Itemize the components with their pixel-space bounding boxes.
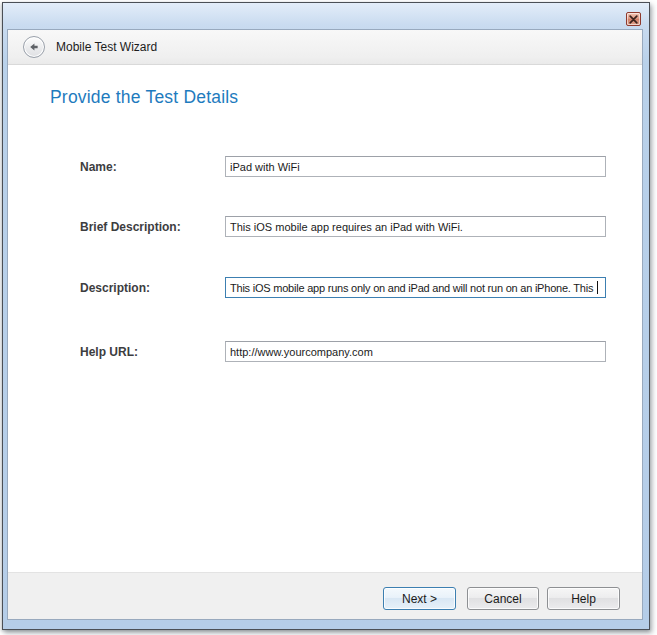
form-row-help-url: Help URL: http://www.yourcompany.com (8, 341, 642, 363)
wizard-header: Mobile Test Wizard (8, 30, 642, 65)
back-arrow-icon (27, 40, 41, 54)
cancel-button[interactable]: Cancel (467, 587, 539, 610)
name-input[interactable]: iPad with WiFi (225, 156, 606, 177)
form-row-name: Name: iPad with WiFi (8, 156, 642, 178)
next-button[interactable]: Next > (383, 587, 456, 610)
help-url-label: Help URL: (80, 345, 138, 359)
form-row-brief-description: Brief Description: This iOS mobile app r… (8, 216, 642, 238)
help-url-value: http://www.yourcompany.com (230, 346, 373, 358)
back-button[interactable] (23, 36, 45, 58)
brief-description-input[interactable]: This iOS mobile app requires an iPad wit… (225, 216, 606, 237)
name-label: Name: (80, 160, 117, 174)
name-value: iPad with WiFi (230, 161, 300, 173)
description-value: This iOS mobile app runs only on and iPa… (230, 282, 596, 294)
wizard-panel: Mobile Test Wizard Provide the Test Deta… (7, 29, 643, 620)
form-row-description: Description: This iOS mobile app runs on… (8, 277, 642, 299)
window-title: Mobile Test Wizard (56, 40, 157, 54)
text-cursor (597, 281, 598, 294)
close-button[interactable] (626, 12, 641, 26)
description-label: Description: (80, 281, 150, 295)
wizard-window: Mobile Test Wizard Provide the Test Deta… (2, 2, 650, 630)
close-icon (629, 15, 638, 24)
page-title: Provide the Test Details (50, 87, 238, 108)
help-url-input[interactable]: http://www.yourcompany.com (225, 341, 606, 362)
help-button[interactable]: Help (547, 587, 620, 610)
description-input[interactable]: This iOS mobile app runs only on and iPa… (225, 277, 606, 298)
brief-description-label: Brief Description: (80, 220, 181, 234)
footer-bar: Next > Cancel Help (8, 572, 642, 619)
brief-description-value: This iOS mobile app requires an iPad wit… (230, 221, 463, 233)
